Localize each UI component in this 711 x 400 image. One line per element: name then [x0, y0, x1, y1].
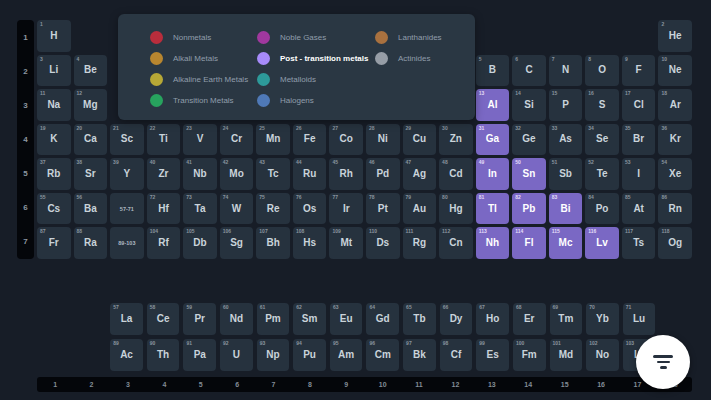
element-tile-bh[interactable]: 107Bh [256, 227, 290, 259]
element-tile-cn[interactable]: 112Cn [439, 227, 473, 259]
element-tile-gd[interactable]: 64Gd [366, 303, 399, 335]
element-tile-s[interactable]: 16S [585, 89, 619, 121]
element-tile-sm[interactable]: 62Sm [293, 303, 326, 335]
legend-item-alkali-metals[interactable]: Alkali Metals [150, 52, 248, 65]
element-tile-er[interactable]: 68Er [513, 303, 546, 335]
element-tile-o[interactable]: 8O [585, 55, 619, 87]
element-tile-ru[interactable]: 44Ru [293, 158, 327, 190]
element-tile-ag[interactable]: 47Ag [403, 158, 437, 190]
element-tile-og[interactable]: 118Og [658, 227, 692, 259]
element-tile-be[interactable]: 4Be [74, 55, 108, 87]
element-tile-cr[interactable]: 24Cr [220, 124, 254, 156]
element-tile-sr[interactable]: 38Sr [74, 158, 108, 190]
element-tile-rn[interactable]: 86Rn [658, 193, 692, 225]
element-tile-u[interactable]: 92U [220, 339, 253, 371]
element-tile-eu[interactable]: 63Eu [330, 303, 363, 335]
element-tile-bk[interactable]: 97Bk [403, 339, 436, 371]
element-tile-i[interactable]: 53I [622, 158, 656, 190]
element-range-placeholder[interactable]: 89-103 [110, 227, 144, 259]
element-tile-ac[interactable]: 89Ac [110, 339, 143, 371]
element-tile-rf[interactable]: 104Rf [147, 227, 181, 259]
element-tile-al[interactable]: 13Al [476, 89, 510, 121]
element-tile-tc[interactable]: 43Tc [256, 158, 290, 190]
element-tile-ge[interactable]: 32Ge [512, 124, 546, 156]
legend-item-noble-gases[interactable]: Noble Gases [257, 31, 368, 44]
element-tile-xe[interactable]: 54Xe [658, 158, 692, 190]
element-tile-np[interactable]: 93Np [257, 339, 290, 371]
element-tile-po[interactable]: 84Po [585, 193, 619, 225]
element-tile-ts[interactable]: 117Ts [622, 227, 656, 259]
element-tile-lv[interactable]: 116Lv [585, 227, 619, 259]
filter-button[interactable] [636, 335, 690, 389]
legend-item-nonmetals[interactable]: Nonmetals [150, 31, 248, 44]
element-tile-ra[interactable]: 88Ra [74, 227, 108, 259]
element-tile-es[interactable]: 99Es [476, 339, 509, 371]
element-tile-cu[interactable]: 29Cu [403, 124, 437, 156]
element-tile-rg[interactable]: 111Rg [403, 227, 437, 259]
element-tile-cs[interactable]: 55Cs [37, 193, 71, 225]
element-tile-mo[interactable]: 42Mo [220, 158, 254, 190]
element-tile-f[interactable]: 9F [622, 55, 656, 87]
element-tile-db[interactable]: 105Db [183, 227, 217, 259]
element-tile-h[interactable]: 1H [37, 20, 71, 52]
element-tile-nb[interactable]: 41Nb [183, 158, 217, 190]
element-tile-sg[interactable]: 106Sg [220, 227, 254, 259]
legend-item-actinides[interactable]: Actinides [375, 52, 442, 65]
element-tile-md[interactable]: 101Md [550, 339, 583, 371]
element-tile-dy[interactable]: 66Dy [440, 303, 473, 335]
element-tile-fr[interactable]: 87Fr [37, 227, 71, 259]
element-tile-tb[interactable]: 65Tb [403, 303, 436, 335]
element-tile-cl[interactable]: 17Cl [622, 89, 656, 121]
element-tile-hs[interactable]: 108Hs [293, 227, 327, 259]
element-tile-mg[interactable]: 12Mg [74, 89, 108, 121]
element-tile-la[interactable]: 57La [110, 303, 143, 335]
element-tile-se[interactable]: 34Se [585, 124, 619, 156]
element-tile-in[interactable]: 49In [476, 158, 510, 190]
element-tile-ti[interactable]: 22Ti [147, 124, 181, 156]
element-tile-k[interactable]: 19K [37, 124, 71, 156]
element-tile-fm[interactable]: 100Fm [513, 339, 546, 371]
element-tile-ca[interactable]: 20Ca [74, 124, 108, 156]
element-tile-cd[interactable]: 48Cd [439, 158, 473, 190]
element-tile-hf[interactable]: 72Hf [147, 193, 181, 225]
element-tile-lu[interactable]: 71Lu [623, 303, 656, 335]
element-tile-as[interactable]: 33As [549, 124, 583, 156]
element-tile-pr[interactable]: 59Pr [183, 303, 216, 335]
element-tile-zr[interactable]: 40Zr [147, 158, 181, 190]
element-range-placeholder[interactable]: 57-71 [110, 193, 144, 225]
element-tile-sb[interactable]: 51Sb [549, 158, 583, 190]
element-tile-ga[interactable]: 31Ga [476, 124, 510, 156]
element-tile-v[interactable]: 23V [183, 124, 217, 156]
element-tile-br[interactable]: 35Br [622, 124, 656, 156]
element-tile-y[interactable]: 39Y [110, 158, 144, 190]
element-tile-hg[interactable]: 80Hg [439, 193, 473, 225]
element-tile-sn[interactable]: 50Sn [512, 158, 546, 190]
element-tile-te[interactable]: 52Te [585, 158, 619, 190]
element-tile-no[interactable]: 102No [586, 339, 619, 371]
legend-item-halogens[interactable]: Halogens [257, 94, 368, 107]
element-tile-c[interactable]: 6C [512, 55, 546, 87]
legend-item-metalloids[interactable]: Metalloids [257, 73, 368, 86]
element-tile-mt[interactable]: 109Mt [329, 227, 363, 259]
element-tile-rb[interactable]: 37Rb [37, 158, 71, 190]
element-tile-nd[interactable]: 60Nd [220, 303, 253, 335]
element-tile-si[interactable]: 14Si [512, 89, 546, 121]
element-tile-co[interactable]: 27Co [329, 124, 363, 156]
element-tile-ds[interactable]: 110Ds [366, 227, 400, 259]
element-tile-fl[interactable]: 114Fl [512, 227, 546, 259]
element-tile-rh[interactable]: 45Rh [329, 158, 363, 190]
element-tile-ir[interactable]: 77Ir [329, 193, 363, 225]
element-tile-he[interactable]: 2He [658, 20, 692, 52]
element-tile-pb[interactable]: 82Pb [512, 193, 546, 225]
element-tile-th[interactable]: 90Th [147, 339, 180, 371]
element-tile-ni[interactable]: 28Ni [366, 124, 400, 156]
element-tile-pd[interactable]: 46Pd [366, 158, 400, 190]
legend-item-alkaline-earth-metals[interactable]: Alkaline Earth Metals [150, 73, 248, 86]
element-tile-am[interactable]: 95Am [330, 339, 363, 371]
legend-item-transition-metals[interactable]: Transition Metals [150, 94, 248, 107]
element-tile-ne[interactable]: 10Ne [658, 55, 692, 87]
element-tile-bi[interactable]: 83Bi [549, 193, 583, 225]
element-tile-at[interactable]: 85At [622, 193, 656, 225]
element-tile-w[interactable]: 74W [220, 193, 254, 225]
element-tile-li[interactable]: 3Li [37, 55, 71, 87]
